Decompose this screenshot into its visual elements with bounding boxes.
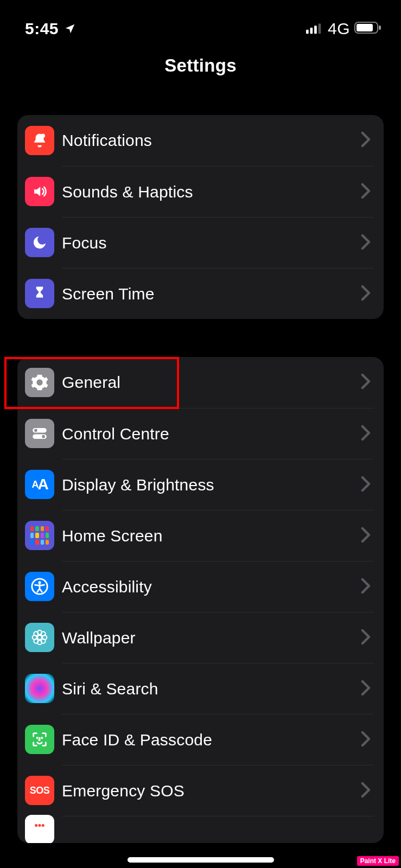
face-id-icon bbox=[25, 725, 54, 754]
svg-rect-0 bbox=[306, 30, 309, 34]
flower-icon bbox=[25, 623, 54, 652]
sos-icon: SOS bbox=[25, 776, 54, 805]
row-label: Wallpaper bbox=[62, 629, 361, 647]
chevron-right-icon bbox=[361, 731, 371, 749]
chevron-right-icon bbox=[361, 373, 371, 392]
toggles-icon bbox=[25, 419, 54, 448]
row-label: Focus bbox=[62, 234, 361, 252]
row-label: Control Centre bbox=[62, 425, 361, 443]
svg-rect-5 bbox=[357, 24, 373, 31]
accessibility-icon bbox=[25, 572, 54, 601]
svg-rect-6 bbox=[379, 25, 381, 30]
location-icon bbox=[64, 23, 76, 35]
settings-row-accessibility[interactable]: Accessibility bbox=[17, 561, 384, 612]
bell-icon bbox=[25, 126, 54, 155]
page-header: Settings bbox=[0, 42, 401, 87]
chevron-right-icon bbox=[361, 183, 371, 201]
settings-row-general[interactable]: General bbox=[17, 357, 384, 408]
row-label: Face ID & Passcode bbox=[62, 731, 361, 749]
gear-icon bbox=[25, 368, 54, 397]
settings-row-siri[interactable]: Siri & Search bbox=[17, 663, 384, 714]
chevron-right-icon bbox=[361, 131, 371, 150]
settings-row-face-id[interactable]: Face ID & Passcode bbox=[17, 714, 384, 765]
settings-row-control-centre[interactable]: Control Centre bbox=[17, 408, 384, 459]
page-title: Settings bbox=[0, 55, 401, 76]
hourglass-icon bbox=[25, 279, 54, 308]
svg-point-14 bbox=[37, 635, 42, 640]
app-grid-icon bbox=[25, 521, 54, 550]
status-bar: 5:45 4G bbox=[0, 0, 401, 42]
chevron-right-icon bbox=[361, 578, 371, 596]
chevron-right-icon bbox=[361, 476, 371, 494]
row-label: Sounds & Haptics bbox=[62, 183, 361, 201]
status-time: 5:45 bbox=[25, 20, 59, 38]
svg-point-25 bbox=[35, 824, 37, 827]
chevron-right-icon bbox=[361, 782, 371, 800]
svg-point-24 bbox=[42, 737, 42, 738]
svg-rect-2 bbox=[314, 25, 317, 34]
svg-point-9 bbox=[34, 429, 37, 432]
svg-rect-3 bbox=[319, 24, 321, 34]
svg-point-7 bbox=[41, 134, 46, 138]
row-label: Notifications bbox=[62, 131, 361, 150]
home-indicator[interactable] bbox=[128, 857, 274, 863]
settings-row-next[interactable] bbox=[17, 816, 384, 843]
status-left: 5:45 bbox=[25, 20, 76, 38]
row-label: Home Screen bbox=[62, 527, 361, 545]
battery-icon bbox=[354, 20, 381, 38]
row-label: Accessibility bbox=[62, 578, 361, 596]
settings-row-emergency-sos[interactable]: SOS Emergency SOS bbox=[17, 765, 384, 816]
row-label: Siri & Search bbox=[62, 680, 361, 698]
settings-row-home-screen[interactable]: Home Screen bbox=[17, 510, 384, 561]
svg-point-26 bbox=[39, 824, 41, 827]
cell-signal-icon bbox=[306, 20, 323, 38]
text-size-icon: AA bbox=[25, 470, 54, 499]
settings-scroll[interactable]: Notifications Sounds & Haptics bbox=[0, 115, 401, 843]
row-label: General bbox=[62, 373, 361, 392]
settings-row-screen-time[interactable]: Screen Time bbox=[17, 268, 384, 319]
row-label: Screen Time bbox=[62, 285, 361, 303]
chevron-right-icon bbox=[361, 629, 371, 647]
row-label: Emergency SOS bbox=[62, 782, 361, 800]
settings-row-sounds[interactable]: Sounds & Haptics bbox=[17, 166, 384, 217]
svg-point-23 bbox=[37, 737, 37, 738]
row-label: Display & Brightness bbox=[62, 476, 361, 494]
svg-point-27 bbox=[42, 824, 44, 827]
svg-rect-1 bbox=[310, 28, 313, 34]
settings-row-focus[interactable]: Focus bbox=[17, 217, 384, 268]
chevron-right-icon bbox=[361, 527, 371, 545]
settings-group-1: Notifications Sounds & Haptics bbox=[17, 115, 384, 319]
siri-icon bbox=[25, 674, 54, 703]
moon-icon bbox=[25, 228, 54, 257]
settings-group-2: General Control Centre AA Displ bbox=[17, 357, 384, 843]
chevron-right-icon bbox=[361, 425, 371, 443]
settings-row-display[interactable]: AA Display & Brightness bbox=[17, 459, 384, 510]
svg-point-11 bbox=[42, 435, 45, 438]
watermark: Paint X Lite bbox=[357, 856, 399, 866]
speaker-icon bbox=[25, 177, 54, 206]
svg-point-13 bbox=[38, 581, 41, 584]
chevron-right-icon bbox=[361, 285, 371, 303]
status-right: 4G bbox=[306, 20, 381, 38]
chevron-right-icon bbox=[361, 234, 371, 252]
settings-row-wallpaper[interactable]: Wallpaper bbox=[17, 612, 384, 663]
partial-icon bbox=[25, 815, 54, 843]
status-network: 4G bbox=[328, 20, 350, 38]
chevron-right-icon bbox=[361, 680, 371, 698]
settings-row-notifications[interactable]: Notifications bbox=[17, 115, 384, 166]
